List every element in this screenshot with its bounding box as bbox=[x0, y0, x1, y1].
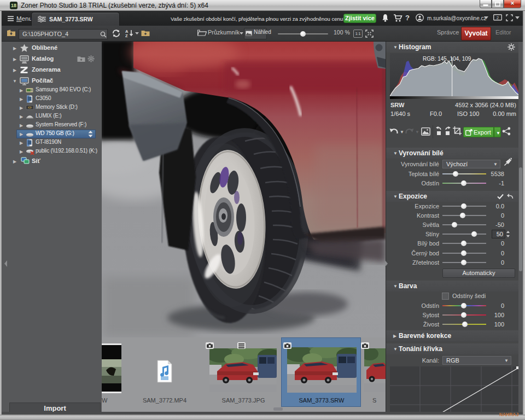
svg-text:2: 2 bbox=[497, 15, 499, 20]
svg-text:Z: Z bbox=[125, 33, 128, 37]
